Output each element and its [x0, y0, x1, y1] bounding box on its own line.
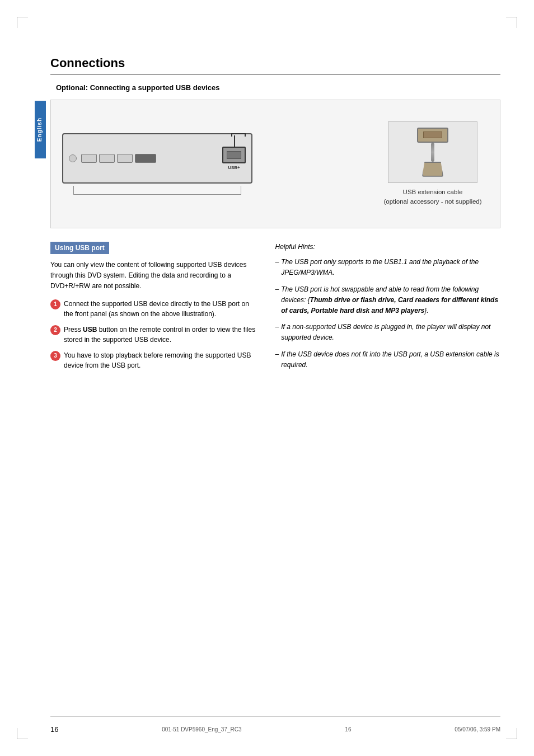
corner-mark-tr — [506, 17, 517, 28]
section-subtitle: Optional: Connecting a supported USB dev… — [56, 83, 500, 92]
diagram-box: USB+ USB extension cable (optional acces… — [50, 100, 500, 228]
corner-mark-br — [506, 728, 517, 739]
usb-plug-b — [422, 162, 443, 177]
hint-title: Helpful Hints: — [275, 242, 500, 252]
usb-cable-box: USB extension cable (optional accessory … — [377, 121, 489, 207]
footer-center-text: 16 — [345, 726, 351, 732]
right-column: Helpful Hints: – The USB port only suppo… — [275, 242, 500, 376]
button-1 — [81, 154, 97, 163]
button-3 — [117, 154, 133, 163]
step-1-number: 1 — [50, 299, 60, 309]
control-buttons — [81, 154, 156, 163]
step-1-text: Connect the supported USB device directl… — [64, 299, 259, 319]
button-4 — [135, 154, 156, 163]
usb-cable-body — [431, 143, 434, 162]
step-2: 2 Press USB button on the remote control… — [50, 325, 259, 345]
step-3: 3 You have to stop playback before remov… — [50, 350, 259, 370]
usb-highlight-area — [222, 147, 246, 163]
page-number: 16 — [50, 725, 58, 734]
step-2-number: 2 — [50, 325, 60, 335]
footer-right-text: 05/07/06, 3:59 PM — [455, 726, 500, 732]
step-3-text: You have to stop playback before removin… — [64, 350, 259, 370]
usb-port-area: USB+ — [222, 147, 246, 170]
step-3-number: 3 — [50, 351, 60, 361]
usb-port — [222, 147, 246, 163]
hint-1: – The USB port only supports to the USB1… — [275, 257, 500, 278]
hint-3: – If a non-supported USB device is plugg… — [275, 322, 500, 343]
usb-plug-a — [417, 128, 448, 143]
step-1: 1 Connect the supported USB device direc… — [50, 299, 259, 319]
button-2 — [99, 154, 115, 163]
page-title: Connections — [50, 56, 500, 74]
usb-intro-text: You can only view the content of followi… — [50, 260, 259, 292]
sidebar-language-label: English — [35, 101, 46, 158]
usb-port-label: USB+ — [228, 165, 240, 170]
footer-left-text: 001-51 DVP5960_Eng_37_RC3 — [162, 726, 241, 732]
main-content: Connections Optional: Connecting a suppo… — [50, 56, 500, 722]
usb-section-heading: Using USB port — [50, 242, 109, 254]
footer-divider — [50, 716, 500, 717]
corner-mark-tl — [17, 17, 28, 28]
power-button — [69, 154, 77, 162]
step-2-text: Press USB button on the remote control i… — [64, 325, 259, 345]
corner-mark-bl — [17, 728, 28, 739]
hint-4: – If the USB device does not fit into th… — [275, 349, 500, 370]
usb-cable-image — [388, 121, 477, 183]
helpful-hints: Helpful Hints: – The USB port only suppo… — [275, 242, 500, 370]
hint-2: – The USB port is hot swappable and able… — [275, 284, 500, 317]
usb-arrow — [234, 135, 235, 147]
usb-bracket — [231, 133, 246, 137]
bracket-line — [73, 186, 241, 195]
left-column: Using USB port You can only view the con… — [50, 242, 259, 376]
footer: 16 001-51 DVP5960_Eng_37_RC3 16 05/07/06… — [50, 725, 500, 734]
cable-caption: USB extension cable (optional accessory … — [377, 187, 489, 207]
dvd-player-illustration: USB+ — [62, 133, 252, 184]
two-column-section: Using USB port You can only view the con… — [50, 242, 500, 376]
